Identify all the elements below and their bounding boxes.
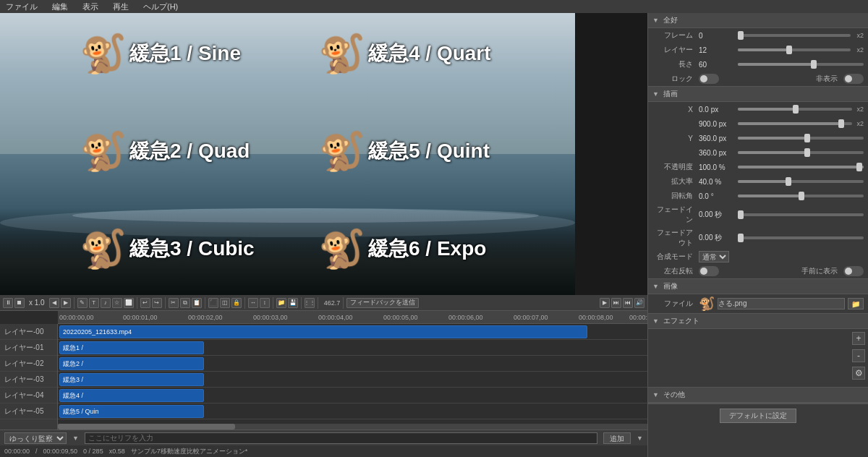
dialogue-input[interactable] xyxy=(85,432,597,444)
fadein-slider[interactable] xyxy=(738,213,864,216)
draw-section-header[interactable]: ▼ 描画 xyxy=(648,87,868,102)
ruler-3: 00:00:03,00 xyxy=(253,314,288,321)
tool-14[interactable]: 💾 xyxy=(288,298,298,308)
clip-04[interactable]: 緩急4 / xyxy=(59,389,204,402)
x-row: X 0.0 px x2 xyxy=(648,102,868,116)
other-section-header[interactable]: ▼ その他 xyxy=(648,388,868,403)
file-browse-btn[interactable]: 📁 xyxy=(848,298,864,309)
all-section-header[interactable]: ▼ 全好 xyxy=(648,13,868,28)
opacity-slider[interactable] xyxy=(738,166,864,168)
file-input[interactable] xyxy=(718,298,845,309)
tool-copy[interactable]: ⧉ xyxy=(180,298,190,308)
flip-toggle[interactable] xyxy=(699,266,719,276)
tool-3[interactable]: ♪ xyxy=(101,298,111,308)
clip-05[interactable]: 緩急5 / Quin xyxy=(59,405,204,418)
tool-11[interactable]: ↔ xyxy=(248,298,258,308)
y-value: 360.0 px xyxy=(699,134,735,142)
tool-5[interactable]: ⬜ xyxy=(124,298,134,308)
monkey-2: 🐒 xyxy=(80,132,127,170)
overlay-3: 🐒 緩急3 / Cubic xyxy=(80,230,255,268)
x2-slider[interactable] xyxy=(738,122,852,125)
zoom-value: 40.0 % xyxy=(699,178,735,186)
end-btn[interactable]: ⏮ xyxy=(623,298,633,308)
menu-file[interactable]: ファイル xyxy=(3,1,41,12)
tool-7[interactable]: ↪ xyxy=(152,298,162,308)
clip-02[interactable]: 緩急2 / xyxy=(59,357,204,370)
file-icon: 🐒 xyxy=(699,296,715,312)
menu-play[interactable]: 再生 xyxy=(110,1,132,12)
track-label-01: レイヤー-01 xyxy=(0,340,57,356)
x-slider[interactable] xyxy=(738,108,852,111)
step-btn[interactable]: ⏭ xyxy=(611,298,621,308)
clip-03[interactable]: 緩急3 / xyxy=(59,373,204,386)
overlay-2: 🐒 緩急2 / Quad xyxy=(80,132,250,170)
front-toggle[interactable] xyxy=(843,266,864,276)
overlay-text-6: 緩急6 / Expo xyxy=(368,235,486,262)
tool-8[interactable]: ⬛ xyxy=(208,298,218,308)
zoom-slider[interactable] xyxy=(738,180,864,183)
file-row: ファイル 🐒 📁 xyxy=(648,294,868,313)
monkey-6: 🐒 xyxy=(318,230,365,268)
ruler-9: 00:00:09,00 xyxy=(629,314,647,321)
play-btn-right[interactable]: ▶ xyxy=(600,298,610,308)
show-toggle[interactable] xyxy=(843,74,864,84)
main-area: 🐒 緩急1 / Sine 🐒 緩急4 / Quart 🐒 緩急2 / Quad … xyxy=(0,13,868,457)
menu-view[interactable]: 表示 xyxy=(80,1,101,12)
default-button[interactable]: デフォルトに設定 xyxy=(720,409,796,423)
tool-cut[interactable]: ✂ xyxy=(169,298,179,308)
x2-row: 900.0 px x2 xyxy=(648,116,868,131)
tool-12[interactable]: ↕ xyxy=(260,298,270,308)
rotation-slider[interactable] xyxy=(738,195,864,197)
clip-01[interactable]: 緩急1 / xyxy=(59,341,204,354)
h-scrollbar[interactable] xyxy=(58,424,647,430)
frame-label: フレーム xyxy=(652,30,696,40)
scene-select[interactable]: ゆっくり監察 xyxy=(4,432,67,444)
track-label-02: レイヤー-02 xyxy=(0,356,57,372)
bottom-bar: ゆっくり監察 ▼ 追加 ▼ xyxy=(0,430,647,445)
stop-btn[interactable]: ⏹ xyxy=(14,298,25,308)
zoom-label: 拡大率 xyxy=(652,176,696,187)
blendmode-row: 合成モード 通常 xyxy=(648,249,868,264)
y-slider[interactable] xyxy=(738,137,864,140)
play-pause-btn[interactable]: ⏸ xyxy=(3,298,13,308)
volume-btn[interactable]: 🔊 xyxy=(634,298,644,308)
total-time: 00:00:09,50 xyxy=(43,448,78,455)
h-scrollbar-thumb[interactable] xyxy=(58,424,235,430)
blendmode-select[interactable]: 通常 xyxy=(699,251,729,262)
tool-9[interactable]: ◫ xyxy=(220,298,230,308)
image-section-header[interactable]: ▼ 画像 xyxy=(648,279,868,294)
tool-10[interactable]: 🔒 xyxy=(231,298,242,308)
effect-settings-btn[interactable]: ⚙ xyxy=(852,367,865,380)
tool-6[interactable]: ↩ xyxy=(140,298,150,308)
lock-toggle[interactable] xyxy=(699,74,719,84)
clip-00[interactable]: 20220205_121633.mp4 xyxy=(59,325,587,338)
tool-paste[interactable]: 📋 xyxy=(192,298,202,308)
effect-add-btn[interactable]: + xyxy=(852,332,865,345)
frame-slider[interactable] xyxy=(738,34,851,37)
menu-edit[interactable]: 編集 xyxy=(49,1,71,12)
next-frame-btn[interactable]: ▶ xyxy=(61,298,71,308)
length-slider[interactable] xyxy=(738,63,864,66)
sep7 xyxy=(301,297,302,309)
layer-slider[interactable] xyxy=(738,48,851,51)
tool-4[interactable]: ☆ xyxy=(112,298,122,308)
tool-13[interactable]: 📁 xyxy=(276,298,286,308)
add-button[interactable]: 追加 xyxy=(603,432,631,444)
tool-1[interactable]: ✎ xyxy=(77,298,88,308)
effect-remove-btn[interactable]: - xyxy=(852,349,865,362)
effect-section-header[interactable]: ▼ エフェクト xyxy=(648,314,868,329)
prev-frame-btn[interactable]: ◀ xyxy=(49,298,59,308)
ruler-0: 00:00:00,00 xyxy=(59,314,94,321)
track-label-00: レイヤー-00 xyxy=(0,324,57,340)
menu-help[interactable]: ヘルプ(H) xyxy=(140,1,181,12)
track-row-05: 緩急5 / Quin xyxy=(58,403,647,419)
tool-15[interactable]: ⋮⋮ xyxy=(305,298,315,308)
tool-2[interactable]: T xyxy=(89,298,99,308)
current-time: 00:00:00 xyxy=(4,448,30,455)
ruler-4: 00:00:04,00 xyxy=(318,314,353,321)
y2-value: 360.0 px xyxy=(699,149,735,157)
feedback-btn[interactable]: フィードバックを送信 xyxy=(346,298,419,308)
fadeout-slider[interactable] xyxy=(738,236,864,239)
y2-slider[interactable] xyxy=(738,151,864,154)
timeline-ruler: 00:00:00,00 00:00:01,00 00:00:02,00 00:0… xyxy=(58,311,647,324)
